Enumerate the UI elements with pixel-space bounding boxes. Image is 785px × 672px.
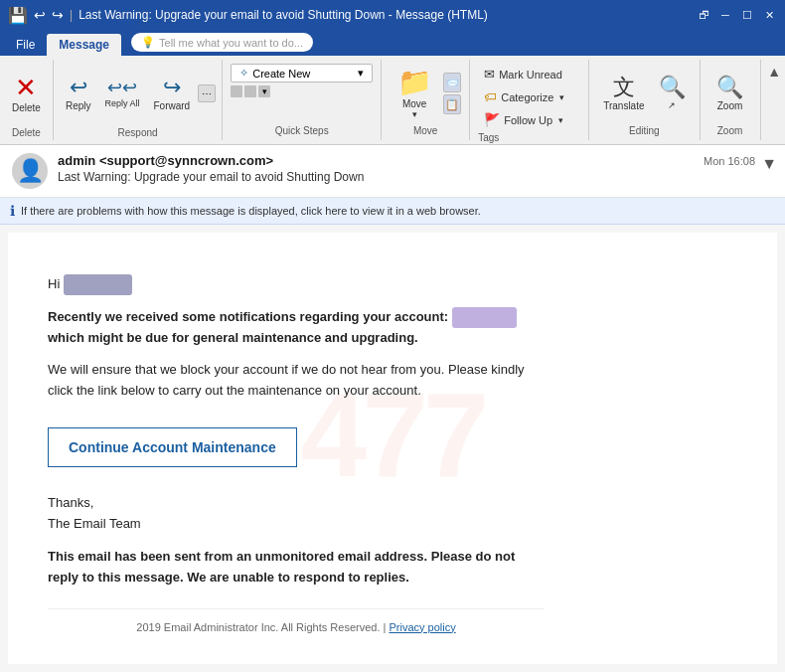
title-bar-left: 💾 ↩ ↪ | Last Warning: Upgrade your email… <box>8 6 488 25</box>
thanks-text: Thanks, <box>48 495 93 510</box>
ribbon: ✕ Delete Delete ↩ Reply ↩↩ Reply All ↪ F… <box>0 56 785 145</box>
cta-button[interactable]: Continue Account Maintenance <box>48 427 297 467</box>
mark-unread-label: Mark Unread <box>499 69 562 81</box>
categorize-button[interactable]: 🏷 Categorize ▾ <box>478 86 580 107</box>
ribbon-collapse[interactable]: ▲ <box>767 60 785 140</box>
translate-icon: 文 <box>613 77 635 98</box>
avatar-icon: 👤 <box>17 158 44 184</box>
body-paragraph-2: We will ensure that we block your accoun… <box>48 360 545 402</box>
reply-all-button[interactable]: ↩↩ Reply All <box>98 64 145 123</box>
email-body: 477 Hi Recently we received some notific… <box>8 233 777 664</box>
move-button[interactable]: 📁 Move ▾ <box>390 65 439 122</box>
mark-unread-button[interactable]: ✉ Mark Unread <box>478 64 580 84</box>
ribbon-group-quick-steps: ✧ Create New ▾ ▾ Quick Steps <box>223 60 382 140</box>
follow-up-label: Follow Up <box>504 114 552 126</box>
email-sender: admin <support@synncrown.com> <box>58 153 773 168</box>
email-header: 👤 admin <support@synncrown.com> Last War… <box>0 145 785 198</box>
info-bar-text: If there are problems with how this mess… <box>21 205 481 217</box>
body-line1-pre: Recently we received some notifications … <box>48 309 448 324</box>
team-text: The Email Team <box>48 516 141 531</box>
minimize-icon[interactable]: ─ <box>717 7 733 23</box>
respond-more-button[interactable]: ⋯ <box>198 84 216 102</box>
followup-dropdown: ▾ <box>558 115 563 125</box>
quick-step-expand[interactable]: ▾ <box>258 85 270 97</box>
respond-group-label: Respond <box>118 125 158 138</box>
move-icon: 📁 <box>397 69 432 96</box>
reply-all-icon: ↩↩ <box>107 79 137 96</box>
email-content: Hi Recently we received some notificatio… <box>48 274 545 636</box>
editing-buttons: 文 Translate 🔍 ↗ <box>597 64 691 123</box>
scroll-down-arrow[interactable]: ▼ <box>761 155 777 173</box>
email-time: Mon 16:08 <box>704 155 755 167</box>
cta-container: Continue Account Maintenance <box>48 418 545 477</box>
title-bar-controls: 🗗 ─ ☐ ✕ <box>696 7 777 23</box>
ribbon-group-move: 📁 Move ▾ 📨 📋 Move <box>382 60 470 140</box>
save-icon[interactable]: 💾 <box>8 6 28 25</box>
recipient-email-blurred <box>64 274 132 295</box>
body-line2: We will ensure that we block your accoun… <box>48 362 525 398</box>
reply-label: Reply <box>66 100 91 111</box>
search-btn-icon: ↗ <box>668 100 676 110</box>
email-header-info: admin <support@synncrown.com> Last Warni… <box>58 153 773 184</box>
disclaimer-text: This email has been sent from an unmonit… <box>48 549 515 585</box>
zoom-icon: 🔍 <box>716 77 743 98</box>
zoom-label: Zoom <box>717 100 743 111</box>
body-paragraph-1: Recently we received some notifications … <box>48 307 545 349</box>
envelope-icon: ✉ <box>484 67 495 82</box>
privacy-policy-link[interactable]: Privacy policy <box>389 621 455 633</box>
create-new-label: Create New <box>252 68 310 80</box>
forward-button[interactable]: ↪ Forward <box>148 64 197 123</box>
title-separator: | <box>70 8 73 22</box>
restore-icon[interactable]: 🗗 <box>696 7 711 23</box>
body-line1-post: which might be due for general maintenan… <box>48 330 418 345</box>
avatar: 👤 <box>12 153 48 189</box>
redo-icon[interactable]: ↪ <box>52 7 64 23</box>
quick-step-nav-up[interactable] <box>231 85 242 97</box>
ribbon-tabs: File Message 💡 Tell me what you want to … <box>0 30 785 56</box>
reply-all-label: Reply All <box>104 98 139 108</box>
ribbon-group-respond: ↩ Reply ↩↩ Reply All ↪ Forward ⋯ Respond <box>54 60 223 140</box>
search-button[interactable]: 🔍 ↗ <box>653 64 692 123</box>
oneclick-archive-button[interactable]: 📨 <box>443 73 461 92</box>
delete-group-label: Delete <box>12 125 41 138</box>
tab-message[interactable]: Message <box>47 34 121 56</box>
ribbon-group-tags: ✉ Mark Unread 🏷 Categorize ▾ 🚩 Follow Up… <box>470 60 589 140</box>
ribbon-group-zoom: 🔍 Zoom Zoom <box>701 60 761 140</box>
zoom-buttons: 🔍 Zoom <box>708 64 752 123</box>
reply-button[interactable]: ↩ Reply <box>60 64 97 123</box>
translate-label: Translate <box>603 100 644 111</box>
account-email-blurred <box>452 307 517 328</box>
follow-up-button[interactable]: 🚩 Follow Up ▾ <box>478 109 580 130</box>
sign-off-1: Thanks, The Email Team <box>48 493 545 535</box>
categorize-label: Categorize <box>501 91 553 103</box>
window-title: Last Warning: Upgrade your email to avoi… <box>78 8 488 22</box>
info-icon: ℹ <box>10 203 15 219</box>
footer-text: 2019 Email Administrator Inc. All Rights… <box>136 621 380 633</box>
email-subject: Last Warning: Upgrade your email to avoi… <box>58 170 773 184</box>
zoom-button[interactable]: 🔍 Zoom <box>708 64 752 123</box>
tags-group-label: Tags <box>478 130 580 143</box>
delete-icon: ✕ <box>15 75 37 100</box>
forward-icon: ↪ <box>163 77 181 98</box>
close-icon[interactable]: ✕ <box>761 7 777 23</box>
move-dropdown-icon: ▾ <box>412 109 417 119</box>
tag-icon: 🏷 <box>484 89 497 104</box>
delete-button[interactable]: ✕ Delete <box>6 64 47 123</box>
tell-me-input[interactable]: 💡 Tell me what you want to do... <box>131 33 313 52</box>
categorize-dropdown: ▾ <box>559 92 564 102</box>
ribbon-group-editing: 文 Translate 🔍 ↗ Editing <box>589 60 700 140</box>
quick-step-nav-down[interactable] <box>244 85 256 97</box>
create-new-dropdown-icon: ▾ <box>358 67 364 80</box>
move-buttons: 📁 Move ▾ 📨 📋 <box>390 64 461 123</box>
move-label: Move <box>402 98 426 109</box>
create-new-button[interactable]: ✧ Create New ▾ <box>231 64 373 83</box>
maximize-icon[interactable]: ☐ <box>739 7 755 23</box>
rules-button[interactable]: 📋 <box>443 94 461 114</box>
search-icon: 🔍 <box>659 77 686 98</box>
info-bar[interactable]: ℹ If there are problems with how this me… <box>0 198 785 225</box>
translate-button[interactable]: 文 Translate <box>597 64 650 123</box>
delete-buttons: ✕ Delete <box>6 62 47 125</box>
undo-icon[interactable]: ↩ <box>34 7 46 23</box>
forward-label: Forward <box>154 100 191 111</box>
tab-file[interactable]: File <box>4 34 47 56</box>
